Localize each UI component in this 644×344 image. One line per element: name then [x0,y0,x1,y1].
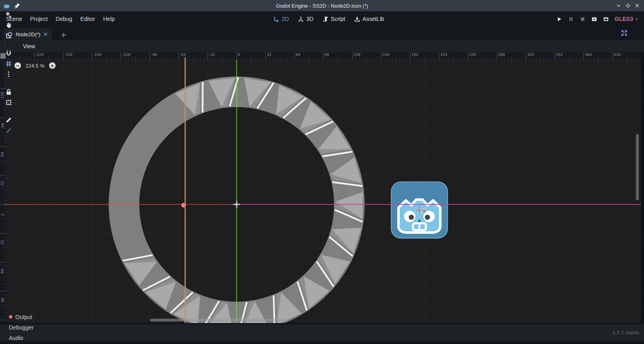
workspace-3d-icon [298,16,304,22]
play-custom-scene-button[interactable] [603,16,609,22]
workspace-label: 2D [282,16,289,22]
svg-text:256: 256 [469,53,476,57]
ruler-icon [5,32,12,39]
pan-icon [5,22,12,29]
version-label: 3.3.2.stable [612,330,639,336]
stop-button[interactable] [580,16,586,22]
bottom-tab-label: Audio [9,335,23,341]
play-scene-button[interactable] [591,16,597,22]
workspace-script-button[interactable]: Script [320,14,348,23]
canvas-toolbar: View [0,40,644,52]
point-handle[interactable] [182,203,186,208]
godot-logo-icon [3,2,10,9]
movie-icon [603,16,609,22]
bottom-panel: OutputDebuggerAudioAnimation 3.3.2.stabl… [0,323,644,341]
bottom-tab-label: Output [15,314,32,320]
menu-help[interactable]: Help [99,14,119,24]
pivot-icon [5,11,12,18]
workspace-assetlib-button[interactable]: AssetLib [351,14,387,23]
menu-debug[interactable]: Debug [52,14,76,24]
distraction-free-toggle[interactable] [621,29,628,37]
workspace-label: Script [331,16,345,22]
output-indicator-dot [9,315,12,319]
toolbar-separator [5,107,5,115]
window-close-button[interactable] [634,3,640,8]
renderer-label: GLES3 [615,16,633,22]
zoom-level[interactable]: 224.5 % [25,63,45,69]
drag-badge-icon [421,209,427,213]
menubar: SceneProjectDebugEditorHelp 2D3DScriptAs… [0,11,644,27]
group-object-button[interactable] [3,97,14,107]
bottom-tab-debugger[interactable]: Debugger [4,322,39,333]
zoom-controls: − 224.5 % + [14,62,56,69]
workspace-label: AssetLib [363,16,384,22]
smart-snap-icon [5,50,12,57]
svg-text:32: 32 [1,240,5,244]
toolbar-separator [5,136,5,143]
svg-text:96: 96 [1,298,5,303]
zoom-in-button[interactable]: + [49,62,56,69]
window-restore-button[interactable] [625,3,631,8]
movie-play-icon [591,16,597,22]
menu-project[interactable]: Project [26,14,52,24]
svg-text:192: 192 [411,53,418,57]
play-button[interactable] [556,16,562,22]
svg-text:-32: -32 [209,53,215,57]
workspace-script-icon [322,16,328,22]
diamond-icon [625,3,631,8]
svg-text:128: 128 [353,53,360,57]
svg-text:64: 64 [296,53,301,57]
new-scene-tab-button[interactable] [60,32,67,38]
svg-text:416: 416 [614,53,621,57]
expand-icon [621,29,628,37]
pan-tool[interactable] [3,20,14,30]
stop-icon [580,16,586,22]
smart-snap-toggle[interactable] [3,48,14,58]
play-icon [556,16,562,22]
svg-text:-96: -96 [151,53,157,57]
workspace-switcher: 2D3DScriptAssetLib [270,11,387,27]
svg-text:-160: -160 [93,53,102,57]
window-edge [641,52,644,323]
godot-logo-icon [3,2,10,9]
plus-icon [60,32,67,38]
scene-tabbar: Node2D(*) [0,27,644,40]
v-scrollbar-thumb[interactable] [636,134,639,200]
bottom-tab-output[interactable]: Output [4,312,39,322]
snap-options-menu[interactable] [3,69,14,79]
status-strip [0,341,644,344]
workspace-3d-button[interactable]: 3D [295,14,316,23]
horizontal-ruler[interactable]: -224-192-160-128-96-64-32032649612816019… [6,52,644,60]
svg-text:-64: -64 [1,152,5,158]
grid-snap-toggle[interactable] [3,58,14,69]
bone-button[interactable] [3,115,14,125]
svg-text:-64: -64 [180,53,186,57]
zoom-out-button[interactable]: − [14,62,21,69]
svg-text:-128: -128 [122,53,131,57]
2d-viewport[interactable]: − 224.5 % + [6,60,641,323]
skeleton-options-menu[interactable] [3,125,14,136]
close-icon [634,3,640,8]
renderer-select[interactable]: GLES3 [615,16,639,22]
bottom-tab-audio[interactable]: Audio [4,333,39,343]
svg-text:0: 0 [238,53,240,57]
titlebar: Godot Engine - SS2D - Node2D.tscn (*) [0,0,644,11]
svg-text:288: 288 [498,53,505,57]
svg-text:224: 224 [440,53,447,57]
tab-close-button[interactable] [43,32,48,37]
pause-button[interactable] [568,16,574,22]
svg-text:-32: -32 [1,181,5,187]
h-scrollbar-thumb[interactable] [150,319,288,321]
pause-icon [568,16,574,22]
window-title: Godot Engine - SS2D - Node2D.tscn (*) [0,3,644,9]
svg-text:0: 0 [1,213,5,216]
menu-editor[interactable]: Editor [76,14,99,24]
canvas-svg [6,60,641,323]
lock-object-button[interactable] [3,87,14,97]
origin-gizmo [233,201,240,208]
window-minimize-button[interactable] [616,3,621,8]
pin-icon [14,2,21,9]
ruler-tool[interactable] [3,30,14,41]
view-menu-button[interactable]: View [19,42,39,51]
workspace-2d-button[interactable]: 2D [270,14,292,23]
